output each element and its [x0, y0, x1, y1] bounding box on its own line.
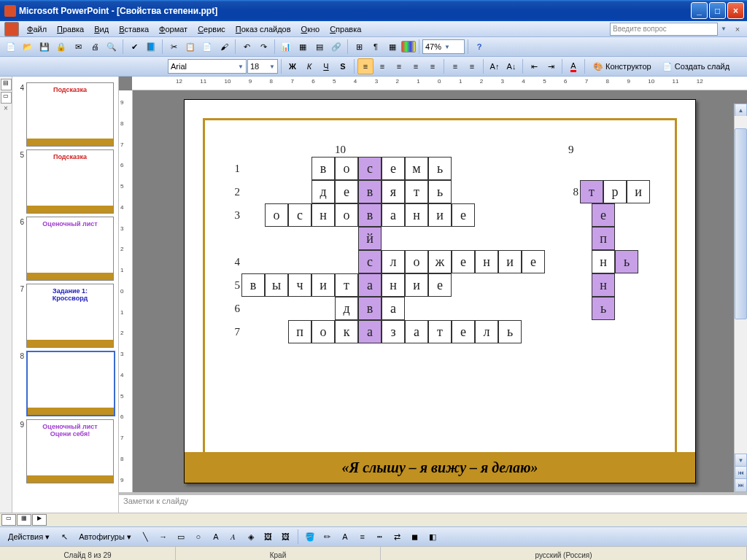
thumbnail-4[interactable]: 4Подсказка: [14, 82, 117, 147]
shadow-icon[interactable]: S: [335, 58, 351, 74]
arrow-style-icon[interactable]: ⇄: [390, 529, 406, 545]
menu-сервис[interactable]: Сервис: [193, 23, 231, 35]
fill-color-icon[interactable]: 🪣: [302, 529, 318, 545]
increase-indent-icon[interactable]: ⇥: [543, 58, 559, 74]
table-icon[interactable]: ▦: [295, 39, 311, 55]
arrow-icon[interactable]: →: [155, 529, 171, 545]
menu-справка[interactable]: Справка: [325, 23, 366, 35]
thumbnail-9[interactable]: 9Оценочный лист Оцени себя!: [14, 419, 117, 483]
outline-tab-icon[interactable]: ▤: [1, 79, 12, 90]
undo-icon[interactable]: ↶: [239, 39, 255, 55]
oval-icon[interactable]: ○: [190, 529, 206, 545]
new-slide-button[interactable]: 📄 Создать слайд: [657, 58, 735, 74]
paste-icon[interactable]: 📄: [199, 39, 215, 55]
menu-формат[interactable]: Формат: [154, 23, 193, 35]
menu-окно[interactable]: Окно: [296, 23, 325, 35]
format-painter-icon[interactable]: 🖌: [216, 39, 232, 55]
zoom-combo[interactable]: 47%▼: [422, 39, 465, 54]
thumbnail-5[interactable]: 5Подсказка: [14, 149, 117, 214]
help-icon[interactable]: ?: [471, 39, 487, 55]
print-icon[interactable]: 🖨: [87, 39, 103, 55]
autoshapes-menu[interactable]: Автофигуры ▾: [74, 529, 136, 545]
vertical-scrollbar[interactable]: ▲ ▼ ⏮ ⏭: [734, 104, 747, 492]
research-icon[interactable]: 📘: [143, 39, 159, 55]
slides-tab-icon[interactable]: ▭: [1, 92, 12, 104]
grid-icon[interactable]: ▦: [384, 39, 400, 55]
bullets-icon[interactable]: ≡: [464, 58, 480, 74]
open-icon[interactable]: 📂: [20, 39, 36, 55]
preview-icon[interactable]: 🔍: [104, 39, 120, 55]
clipart-icon[interactable]: 🖼: [260, 529, 276, 545]
font-combo[interactable]: Arial▼: [168, 59, 247, 74]
help-search-input[interactable]: Введите вопрос: [610, 23, 718, 36]
new-icon[interactable]: 📄: [3, 39, 19, 55]
line-icon[interactable]: ╲: [138, 529, 154, 545]
powerpoint-icon[interactable]: [4, 22, 19, 36]
tables-borders-icon[interactable]: ▤: [311, 39, 328, 55]
crossword-cell: и: [627, 180, 650, 203]
align-right-icon[interactable]: ≡: [391, 58, 407, 74]
expand-icon[interactable]: ⊞: [351, 39, 367, 55]
align-left-icon[interactable]: ≡: [357, 58, 374, 74]
hyperlink-icon[interactable]: 🔗: [328, 39, 344, 55]
color-icon[interactable]: [401, 41, 416, 52]
menu-вставка[interactable]: Вставка: [114, 23, 154, 35]
decrease-font-icon[interactable]: A↓: [503, 58, 519, 74]
increase-font-icon[interactable]: A↑: [487, 58, 503, 74]
picture-icon[interactable]: 🖼: [278, 529, 294, 545]
pane-close-icon[interactable]: ×: [4, 104, 8, 112]
menu-вид[interactable]: Вид: [89, 23, 114, 35]
copy-icon[interactable]: 📋: [182, 39, 198, 55]
slideshow-view-icon[interactable]: ▶: [32, 514, 47, 526]
menu-файл[interactable]: Файл: [22, 23, 52, 35]
slide[interactable]: 10 9 1восемь2девять8три3основаниеейп4сло…: [184, 99, 696, 483]
font-color-draw-icon[interactable]: A: [337, 529, 353, 545]
slide-canvas[interactable]: 10 9 1восемь2девять8три3основаниеейп4сло…: [133, 90, 747, 492]
bold-icon[interactable]: Ж: [285, 58, 301, 74]
crossword-cell: в: [311, 157, 335, 180]
align-justify-icon[interactable]: ≡: [408, 58, 424, 74]
sorter-view-icon[interactable]: ▦: [17, 514, 31, 526]
next-slide-icon[interactable]: ⏭: [735, 478, 747, 492]
normal-view-icon[interactable]: ▭: [1, 514, 16, 526]
shadow-style-icon[interactable]: ◼: [407, 529, 423, 545]
menu-показ слайдов[interactable]: Показ слайдов: [231, 23, 296, 35]
notes-pane[interactable]: Заметки к слайду: [119, 492, 747, 513]
slide-footer-text: «Я слышу – я вижу – я делаю»: [185, 452, 695, 483]
italic-icon[interactable]: К: [301, 58, 317, 74]
textbox-icon[interactable]: A: [208, 529, 224, 545]
font-color-icon[interactable]: A: [565, 58, 581, 74]
distribute-icon[interactable]: ≡: [425, 58, 441, 74]
show-formatting-icon[interactable]: ¶: [368, 39, 384, 55]
save-icon[interactable]: 💾: [36, 39, 53, 55]
thumbnail-8[interactable]: 8: [14, 351, 117, 416]
decrease-indent-icon[interactable]: ⇤: [526, 58, 542, 74]
chart-icon[interactable]: 📊: [278, 39, 294, 55]
maximize-button[interactable]: □: [709, 2, 726, 19]
menubar-close-icon[interactable]: ×: [729, 21, 746, 37]
diagram-icon[interactable]: ◈: [243, 529, 259, 545]
dash-style-icon[interactable]: ┅: [372, 529, 388, 545]
numbering-icon[interactable]: ≡: [447, 58, 463, 74]
font-size-combo[interactable]: 18▼: [247, 59, 278, 74]
minimize-button[interactable]: _: [691, 2, 708, 19]
redo-icon[interactable]: ↷: [255, 39, 271, 55]
designer-button[interactable]: 🎨 Конструктор: [588, 58, 657, 74]
thumbnail-7[interactable]: 7Задание 1: Кроссворд: [14, 284, 117, 348]
line-style-icon[interactable]: ≡: [355, 529, 371, 545]
select-icon[interactable]: ↖: [56, 529, 72, 545]
actions-menu[interactable]: Действия ▾: [3, 529, 55, 545]
underline-icon[interactable]: Ч: [318, 58, 334, 74]
align-center-icon[interactable]: ≡: [374, 58, 390, 74]
spellcheck-icon[interactable]: ✔: [126, 39, 142, 55]
menu-правка[interactable]: Правка: [52, 23, 89, 35]
permission-icon[interactable]: 🔒: [53, 39, 69, 55]
wordart-icon[interactable]: 𝐴: [225, 529, 241, 545]
close-button[interactable]: ×: [727, 2, 744, 19]
rectangle-icon[interactable]: ▭: [173, 529, 189, 545]
3d-style-icon[interactable]: ◧: [425, 529, 441, 545]
cut-icon[interactable]: ✂: [166, 39, 182, 55]
email-icon[interactable]: ✉: [70, 39, 86, 55]
line-color-icon[interactable]: ✏: [320, 529, 336, 545]
thumbnail-6[interactable]: 6Оценочный лист: [14, 217, 117, 281]
